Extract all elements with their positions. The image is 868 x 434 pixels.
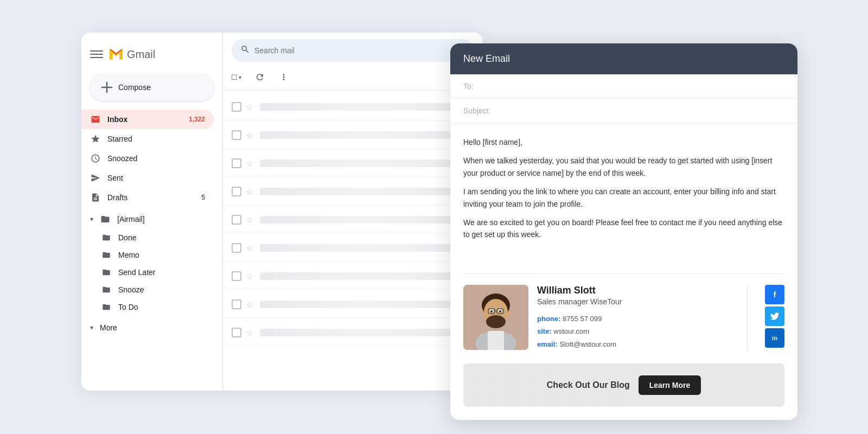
mail-list: ☐ ▾ ☆ ☆ ☆ ☆ ☆ ☆ ☆ ☆ ☆ — [222, 33, 483, 391]
row-checkbox[interactable] — [232, 243, 241, 253]
sidebar-item-starred[interactable]: Starred — [81, 129, 214, 149]
mail-row[interactable]: ☆ — [223, 121, 483, 149]
snooze-folder-icon — [101, 284, 112, 295]
sig-title: Sales manager WiseTour — [537, 297, 734, 306]
sidebar-item-more[interactable]: ▾ More — [81, 318, 214, 337]
row-star[interactable]: ☆ — [246, 271, 256, 281]
sidebar-item-snoozed[interactable]: Snoozed — [81, 149, 214, 168]
search-bar[interactable] — [232, 39, 474, 62]
avatar-image — [463, 285, 528, 350]
memo-folder-icon — [101, 250, 112, 260]
mail-row[interactable]: ☆ — [223, 234, 483, 262]
sidebar-item-todo[interactable]: To Do — [81, 298, 222, 316]
refresh-button[interactable] — [251, 68, 269, 86]
memo-label: Memo — [118, 251, 139, 259]
row-checkbox[interactable] — [232, 102, 241, 112]
gmail-label: Gmail — [127, 48, 155, 61]
sidebar-item-memo[interactable]: Memo — [81, 246, 222, 264]
row-content — [260, 216, 474, 224]
send-later-folder-icon — [101, 267, 112, 278]
more-label: More — [100, 323, 117, 332]
sent-icon — [90, 173, 101, 183]
sig-name: William Slott — [537, 285, 734, 296]
gmail-m-icon — [107, 46, 125, 63]
row-star[interactable]: ☆ — [246, 102, 256, 112]
row-content — [260, 244, 474, 252]
email-title: New Email — [463, 53, 510, 64]
row-checkbox[interactable] — [232, 187, 241, 196]
sig-divider — [747, 285, 748, 350]
sidebar-item-sent[interactable]: Sent — [81, 168, 214, 188]
todo-folder-icon — [101, 302, 112, 312]
row-star[interactable]: ☆ — [246, 130, 256, 140]
more-options-button[interactable] — [275, 68, 292, 86]
row-checkbox[interactable] — [232, 158, 241, 168]
row-checkbox[interactable] — [232, 130, 241, 140]
svg-rect-17 — [488, 331, 504, 350]
email-paragraph2: I am sending you the link to where you c… — [463, 186, 784, 210]
sidebar-item-inbox[interactable]: Inbox 1,322 — [81, 110, 214, 129]
email-subject-field[interactable]: Subject: — [450, 99, 797, 123]
sidebar-item-airmail[interactable]: ▾ [Airmail] — [81, 209, 214, 229]
sig-email: email: Slott@wstour.com — [537, 338, 734, 350]
compose-button[interactable]: Compose — [90, 74, 214, 101]
sidebar-header: Gmail — [81, 41, 222, 74]
mail-row[interactable]: ☆ — [223, 149, 483, 177]
row-checkbox[interactable] — [232, 328, 241, 337]
signature-block: William Slott Sales manager WiseTour pho… — [463, 273, 784, 350]
snoozed-label: Snoozed — [107, 154, 137, 163]
sidebar-item-drafts[interactable]: Drafts 5 — [81, 188, 214, 207]
twitter-button[interactable] — [765, 307, 784, 326]
email-to-field[interactable]: To: — [450, 74, 797, 99]
snooze-label: Snooze — [118, 285, 144, 294]
row-star[interactable]: ☆ — [246, 215, 256, 225]
mail-row[interactable]: ☆ — [223, 206, 483, 234]
site-label: site: — [537, 327, 552, 335]
mail-row[interactable]: ☆ — [223, 93, 483, 121]
mail-row[interactable]: ☆ — [223, 318, 483, 347]
row-star[interactable]: ☆ — [246, 328, 256, 337]
row-checkbox[interactable] — [232, 215, 241, 225]
mail-row[interactable]: ☆ — [223, 290, 483, 318]
footer-blog-text: Check Out Our Blog — [547, 380, 630, 390]
email-paragraph3: We are so excited to get you on board! P… — [463, 216, 784, 241]
starred-label: Starred — [107, 135, 132, 143]
done-label: Done — [118, 233, 136, 242]
search-input[interactable] — [254, 46, 465, 55]
inbox-label: Inbox — [107, 115, 127, 124]
sig-contact: phone: 8755 57 099 site: wstour.com emai… — [537, 312, 734, 350]
inbox-badge: 1,322 — [189, 116, 205, 123]
email-header: New Email — [450, 43, 797, 74]
row-checkbox[interactable] — [232, 299, 241, 309]
sig-site: site: wstour.com — [537, 325, 734, 337]
email-body: Hello [first name], When we talked yeste… — [450, 123, 797, 260]
row-star[interactable]: ☆ — [246, 187, 256, 196]
row-star[interactable]: ☆ — [246, 243, 256, 253]
gmail-logo: Gmail — [107, 46, 155, 63]
menu-icon[interactable] — [90, 48, 103, 61]
row-content — [260, 301, 474, 308]
learn-more-button[interactable]: Learn More — [639, 375, 701, 395]
select-all-checkbox[interactable]: ☐ ▾ — [227, 68, 245, 86]
todo-label: To Do — [118, 303, 138, 311]
row-checkbox[interactable] — [232, 271, 241, 281]
sidebar-item-send-later[interactable]: Send Later — [81, 264, 222, 281]
email-label: email: — [537, 340, 558, 348]
facebook-icon: f — [774, 290, 776, 299]
row-star[interactable]: ☆ — [246, 158, 256, 168]
mail-rows: ☆ ☆ ☆ ☆ ☆ ☆ ☆ ☆ ☆ — [223, 93, 483, 391]
linkedin-button[interactable]: in — [765, 328, 784, 348]
done-folder-icon — [101, 232, 112, 243]
facebook-button[interactable]: f — [765, 285, 784, 304]
airmail-collapse-icon: ▾ — [90, 215, 93, 223]
row-star[interactable]: ☆ — [246, 299, 256, 309]
send-later-label: Send Later — [118, 268, 156, 277]
compose-label: Compose — [118, 83, 151, 92]
inbox-icon — [90, 114, 101, 125]
mail-row[interactable]: ☆ — [223, 177, 483, 206]
row-content — [260, 188, 474, 195]
sidebar-item-done[interactable]: Done — [81, 229, 222, 246]
mail-row[interactable]: ☆ — [223, 262, 483, 290]
sidebar-item-snooze[interactable]: Snooze — [81, 281, 222, 298]
row-content — [260, 272, 474, 280]
